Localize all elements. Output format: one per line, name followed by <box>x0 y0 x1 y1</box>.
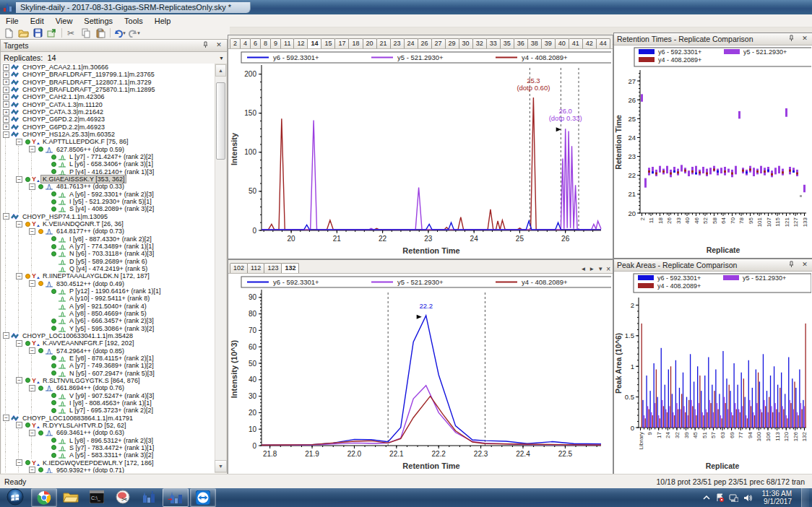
tree-item[interactable]: I [y8] - 808.4563+ (rank 1)[1] <box>1 399 215 407</box>
tree-item[interactable]: −574.2964++ (dotp 0.85) <box>1 347 215 354</box>
replicate-tab-9[interactable]: 9 <box>270 38 281 48</box>
tree-item[interactable]: I [y5] - 521.2930+ (rank 5)[1] <box>1 198 215 205</box>
cut-button[interactable]: ✂ <box>65 27 78 38</box>
tree-item[interactable]: −661.8694++ (dotp 0.76) <box>1 384 215 391</box>
replicate-tab-29[interactable]: 29 <box>445 38 459 48</box>
undo-button[interactable]: ▼ <box>113 27 126 38</box>
replicate-tab-33[interactable]: 33 <box>486 38 501 48</box>
replicate-tab-20[interactable]: 20 <box>363 38 377 48</box>
collapse-icon[interactable]: − <box>29 280 35 287</box>
volume-icon[interactable] <box>743 494 752 502</box>
scrollbar-thumb[interactable] <box>216 82 225 160</box>
chromatogram-chart-replicate-132[interactable]: 010203040506070809021.821.922.022.122.22… <box>228 274 613 473</box>
replicate-tab-15[interactable]: 15 <box>321 38 335 48</box>
replicate-tab-4[interactable]: 4 <box>240 38 251 48</box>
expand-icon[interactable]: + <box>3 94 9 100</box>
collapse-icon[interactable]: − <box>16 340 22 347</box>
replicate-tab-23[interactable]: 23 <box>390 38 405 48</box>
taskbar-skyline-daily-icon[interactable] <box>163 488 189 507</box>
replicate-tab-26[interactable]: 26 <box>418 38 432 48</box>
menu-item-file[interactable]: File <box>0 16 25 26</box>
peak-areas-chart[interactable]: 00.511.52Library917243239455157636977941… <box>614 272 812 472</box>
tree-item[interactable]: P [y4] - 416.2140+ (rank 1)[3] <box>1 168 215 176</box>
expand-icon[interactable]: + <box>3 109 9 116</box>
tree-item[interactable]: A [y6] - 592.3301+ (rank 2)[3] <box>1 191 215 198</box>
pin-icon[interactable] <box>202 41 212 50</box>
tree-item[interactable]: A [y5] - 583.3311+ (rank 3)[2] <box>1 451 215 459</box>
collapse-icon[interactable]: − <box>16 221 22 228</box>
collapse-icon[interactable]: − <box>29 146 35 152</box>
tree-item[interactable]: L [y8] - 896.5312+ (rank 2)[3] <box>1 436 215 443</box>
taskbar-skyline-icon[interactable] <box>137 488 161 506</box>
save-button[interactable] <box>31 27 44 38</box>
replicate-tab-24[interactable]: 24 <box>404 38 418 48</box>
collapse-icon[interactable]: − <box>16 459 22 466</box>
taskbar-snip-icon[interactable]: ✂ <box>111 488 135 506</box>
replicate-tab-32[interactable]: 32 <box>472 38 487 48</box>
tree-item[interactable]: −CHOYP_LOC100883864.1.1|m.41791 <box>1 414 215 421</box>
expand-icon[interactable]: + <box>3 72 9 78</box>
collapse-icon[interactable]: − <box>3 415 9 421</box>
menu-item-settings[interactable]: Settings <box>78 16 118 26</box>
collapse-icon[interactable]: − <box>16 139 22 145</box>
scroll-down-icon[interactable]: ▼ <box>215 460 227 472</box>
tree-item[interactable]: Q [y4] - 474.2419+ (rank 5) <box>1 265 215 272</box>
retention-times-chart[interactable]: 2021222324252627211182633404652586470789… <box>614 46 812 256</box>
expand-icon[interactable]: + <box>3 64 9 71</box>
tab-scroll-left-icon[interactable]: ◄ <box>580 266 586 272</box>
collapse-icon[interactable]: − <box>3 213 9 220</box>
chromatogram-chart-replicate-14[interactable]: 05010015020020212223242526Retention Time… <box>228 49 613 258</box>
tab-scroll-right-icon[interactable]: ► <box>589 266 595 272</box>
tree-item[interactable]: +CHOYP_CATA.3.3|m.21642 <box>1 108 215 116</box>
collapse-icon[interactable]: − <box>16 176 22 183</box>
tree-item[interactable]: −481.7613++ (dotp 0.33) <box>1 183 215 190</box>
tree-item[interactable]: +CHOYP_CATA.1.3|m.11120 <box>1 101 215 108</box>
scroll-up-icon[interactable]: ▲ <box>215 64 226 77</box>
replicate-tab-102[interactable]: 102 <box>230 263 248 273</box>
tree-item[interactable]: −950.9392++ (dotp 0.71) <box>1 467 215 473</box>
tree-item[interactable]: −YK.APTTLLLEPDGK.F [75, 86] <box>1 138 215 145</box>
expand-icon[interactable]: + <box>3 116 9 123</box>
taskbar-explorer-icon[interactable] <box>59 488 83 506</box>
replicate-tab-2[interactable]: 2 <box>230 38 241 48</box>
replicate-tab-40[interactable]: 40 <box>555 38 569 48</box>
collapse-icon[interactable]: − <box>29 467 35 473</box>
tree-item[interactable]: A [y10] - 992.5411+ (rank 8) <box>1 295 215 302</box>
replicate-tab-112[interactable]: 112 <box>247 263 264 273</box>
tab-close-icon[interactable]: × <box>606 265 610 273</box>
network-icon[interactable] <box>729 494 738 502</box>
replicate-tab-41[interactable]: 41 <box>569 38 583 48</box>
new-button[interactable] <box>2 27 15 38</box>
chevron-down-icon[interactable]: ▼ <box>219 56 224 61</box>
collapse-icon[interactable]: − <box>3 332 9 339</box>
close-icon[interactable]: ✕ <box>214 41 224 50</box>
pin-icon[interactable] <box>788 35 798 43</box>
tree-item[interactable]: −YR.SLTNVILGGYGTK.S [864, 876] <box>1 377 215 384</box>
pin-icon[interactable] <box>788 261 798 269</box>
copy-button[interactable] <box>79 27 92 38</box>
tree-item[interactable]: −YK.IEDGWQVEEPDEWLR.Y [172, 186] <box>1 459 215 466</box>
collapse-icon[interactable]: − <box>16 377 22 384</box>
tree-item[interactable]: −669.3461++ (dotp 0.63) <box>1 429 215 436</box>
tree-item[interactable]: A [y7] - 749.3689+ (rank 1)[2] <box>1 362 215 369</box>
menu-item-view[interactable]: View <box>50 16 79 26</box>
tray-expand-icon[interactable] <box>703 495 710 500</box>
action-center-icon[interactable] <box>715 493 724 502</box>
tree-item[interactable]: V [y9] - 907.5247+ (rank 4)[3] <box>1 391 215 399</box>
tree-item[interactable]: N [y6] - 703.3118+ (rank 4)[3] <box>1 250 215 257</box>
menu-item-edit[interactable]: Edit <box>25 16 50 26</box>
tree-item[interactable]: −CHOYP_HSP74.1.1|m.13095 <box>1 213 215 220</box>
tree-item[interactable]: A [y9] - 921.5040+ (rank 4) <box>1 303 215 310</box>
tree-item[interactable]: N [y5] - 607.2947+ (rank 5)[3] <box>1 369 215 376</box>
tree-item[interactable]: D [y5] - 589.2689+ (rank 6) <box>1 258 215 265</box>
replicate-tab-36[interactable]: 36 <box>514 38 528 48</box>
tree-item[interactable]: A [y8] - 850.4669+ (rank 5) <box>1 310 215 317</box>
replicate-tab-35[interactable]: 35 <box>500 38 514 48</box>
replicate-tab-123[interactable]: 123 <box>264 263 282 273</box>
tree-item[interactable]: −YK.AVVEAANNFGR.F [192, 202] <box>1 339 215 347</box>
tree-item[interactable]: +CHOYP_G6PD.2.2|m.46923 <box>1 116 215 123</box>
replicate-tab-18[interactable]: 18 <box>348 38 363 48</box>
tree-item[interactable]: −YK.GIAEAISSSK.Y [353, 362] <box>1 176 215 183</box>
open-button[interactable] <box>17 27 30 38</box>
tree-item[interactable]: −CHOYP_HS12A.25.33|m.60352 <box>1 131 215 138</box>
